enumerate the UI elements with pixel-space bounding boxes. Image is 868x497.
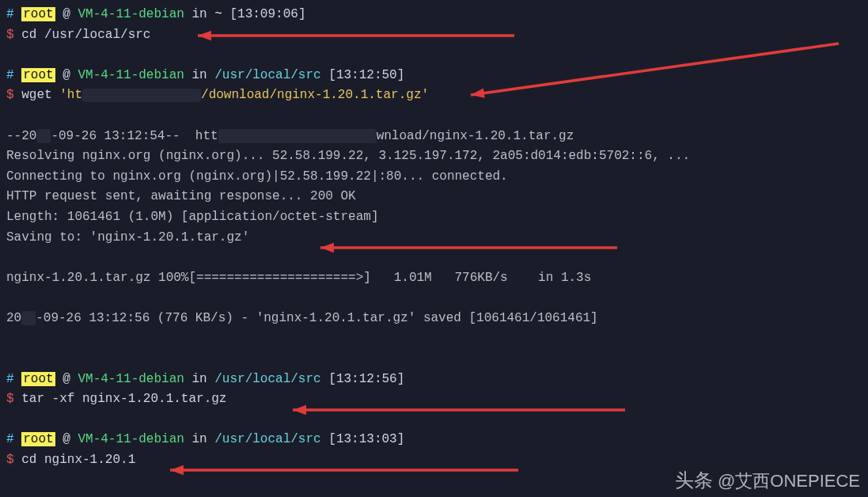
host-name: VM-4-11-debian: [78, 68, 184, 82]
redacted-text: [82, 89, 201, 103]
output-line: [6, 329, 862, 350]
blank-line: [6, 45, 862, 66]
at-separator: @: [55, 68, 78, 82]
hash-symbol: #: [6, 7, 21, 21]
command-text: /download/nginx-1.20.1.tar.gz': [201, 88, 429, 102]
watermark: 头条 @艾西ONEPIECE: [675, 470, 860, 491]
watermark-author: @艾西ONEPIECE: [718, 471, 860, 491]
command-line[interactable]: $ cd nginx-1.20.1: [6, 450, 862, 471]
at-separator: @: [55, 432, 78, 446]
output-line: Connecting to nginx.org (nginx.org)|52.5…: [6, 167, 862, 188]
command-text: 'ht: [59, 88, 82, 102]
command-line[interactable]: $ wget 'ht/download/nginx-1.20.1.tar.gz': [6, 85, 862, 106]
user-name: root: [21, 432, 55, 446]
cwd-path: /usr/local/src: [214, 68, 320, 82]
output-line: 20-09-26 13:12:56 (776 KB/s) - 'nginx-1.…: [6, 309, 862, 329]
host-name: VM-4-11-debian: [78, 432, 184, 446]
command-text: tar -xf nginx-1.20.1.tar.gz: [21, 392, 226, 406]
cwd-path: /usr/local/src: [214, 372, 320, 386]
host-name: VM-4-11-debian: [78, 7, 184, 21]
command-text: cd /usr/local/src: [21, 28, 150, 42]
hash-symbol: #: [6, 432, 21, 446]
host-name: VM-4-11-debian: [78, 372, 184, 386]
blank-line: [6, 349, 862, 370]
cwd-path: ~: [214, 7, 222, 21]
in-word: in: [184, 432, 214, 446]
in-word: in: [184, 68, 214, 82]
output-line: [6, 106, 862, 127]
in-word: in: [184, 372, 214, 386]
hash-symbol: #: [6, 68, 21, 82]
at-separator: @: [55, 7, 78, 21]
output-line: Length: 1061461 (1.0M) [application/octe…: [6, 207, 862, 228]
prompt-line: # root @ VM-4-11-debian in /usr/local/sr…: [6, 66, 862, 86]
output-line: [6, 288, 862, 309]
timestamp: [13:12:56]: [321, 372, 405, 386]
dollar-prompt: $: [6, 28, 21, 42]
redacted-text: [21, 311, 36, 325]
redacted-text: [218, 129, 377, 143]
command-line[interactable]: $ tar -xf nginx-1.20.1.tar.gz: [6, 389, 862, 410]
timestamp: [13:13:03]: [321, 432, 405, 446]
output-line: [6, 248, 862, 268]
user-name: root: [21, 68, 55, 82]
command-text: wget: [21, 88, 59, 102]
command-line[interactable]: $ cd /usr/local/src: [6, 25, 862, 46]
output-line: nginx-1.20.1.tar.gz 100%[===============…: [6, 268, 862, 289]
cwd-path: /usr/local/src: [214, 432, 320, 446]
output-line: HTTP request sent, awaiting response... …: [6, 187, 862, 207]
watermark-source: 头条: [675, 469, 713, 491]
output-line: --20-09-26 13:12:54-- httwnload/nginx-1.…: [6, 127, 862, 147]
terminal-output[interactable]: # root @ VM-4-11-debian in ~ [13:09:06]$…: [0, 0, 868, 476]
prompt-line: # root @ VM-4-11-debian in /usr/local/sr…: [6, 370, 862, 390]
blank-line: [6, 410, 862, 431]
dollar-prompt: $: [6, 392, 21, 406]
user-name: root: [21, 372, 55, 386]
redacted-text: [36, 129, 51, 143]
prompt-line: # root @ VM-4-11-debian in /usr/local/sr…: [6, 430, 862, 450]
timestamp: [13:09:06]: [222, 7, 306, 21]
timestamp: [13:12:50]: [321, 68, 405, 82]
in-word: in: [184, 7, 214, 21]
user-name: root: [21, 7, 55, 21]
at-separator: @: [55, 372, 78, 386]
dollar-prompt: $: [6, 453, 21, 467]
output-line: Resolving nginx.org (nginx.org)... 52.58…: [6, 146, 862, 167]
output-line: Saving to: 'nginx-1.20.1.tar.gz': [6, 228, 862, 248]
dollar-prompt: $: [6, 88, 21, 102]
prompt-line: # root @ VM-4-11-debian in ~ [13:09:06]: [6, 5, 862, 25]
command-text: cd nginx-1.20.1: [21, 453, 135, 467]
hash-symbol: #: [6, 372, 21, 386]
